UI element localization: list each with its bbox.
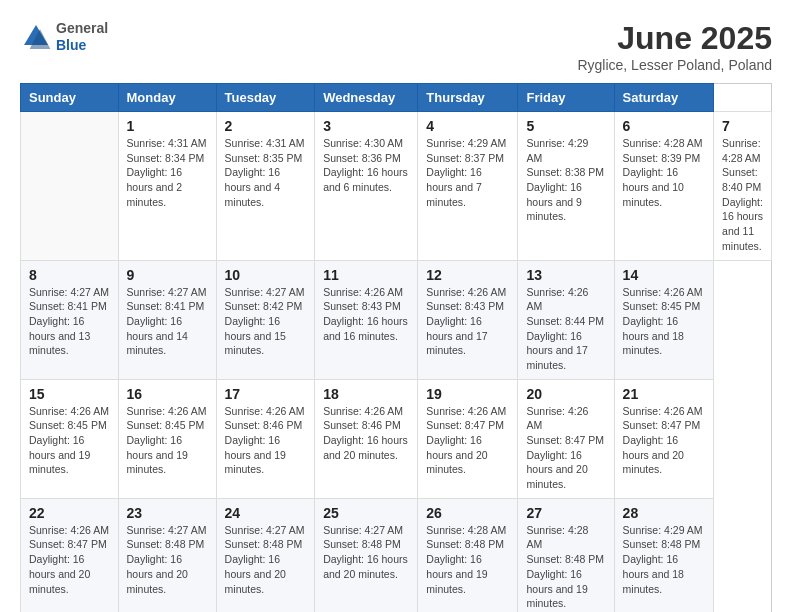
day-cell: 5Sunrise: 4:29 AMSunset: 8:38 PMDaylight… [518, 112, 614, 261]
day-cell: 3Sunrise: 4:30 AMSunset: 8:36 PMDaylight… [315, 112, 418, 261]
day-cell: 11Sunrise: 4:26 AMSunset: 8:43 PMDayligh… [315, 260, 418, 379]
day-info: Sunrise: 4:29 AMSunset: 8:37 PMDaylight:… [426, 136, 509, 209]
logo-general-text: General [56, 20, 108, 37]
day-info: Sunrise: 4:28 AMSunset: 8:40 PMDaylight:… [722, 136, 763, 254]
day-cell: 15Sunrise: 4:26 AMSunset: 8:45 PMDayligh… [21, 379, 119, 498]
day-cell [21, 112, 119, 261]
day-info: Sunrise: 4:26 AMSunset: 8:47 PMDaylight:… [29, 523, 110, 596]
day-number: 13 [526, 267, 605, 283]
logo-blue-text: Blue [56, 37, 108, 54]
day-number: 4 [426, 118, 509, 134]
day-cell: 21Sunrise: 4:26 AMSunset: 8:47 PMDayligh… [614, 379, 713, 498]
header-row: SundayMondayTuesdayWednesdayThursdayFrid… [21, 84, 772, 112]
day-info: Sunrise: 4:26 AMSunset: 8:46 PMDaylight:… [225, 404, 307, 477]
page-container: General Blue June 2025 Ryglice, Lesser P… [20, 20, 772, 612]
day-info: Sunrise: 4:27 AMSunset: 8:48 PMDaylight:… [225, 523, 307, 596]
day-cell: 13Sunrise: 4:26 AMSunset: 8:44 PMDayligh… [518, 260, 614, 379]
day-cell: 18Sunrise: 4:26 AMSunset: 8:46 PMDayligh… [315, 379, 418, 498]
title-section: June 2025 Ryglice, Lesser Poland, Poland [577, 20, 772, 73]
day-info: Sunrise: 4:26 AMSunset: 8:47 PMDaylight:… [623, 404, 705, 477]
day-number: 7 [722, 118, 763, 134]
day-number: 28 [623, 505, 705, 521]
day-number: 16 [127, 386, 208, 402]
day-number: 11 [323, 267, 409, 283]
day-number: 10 [225, 267, 307, 283]
day-info: Sunrise: 4:26 AMSunset: 8:43 PMDaylight:… [323, 285, 409, 344]
day-number: 6 [623, 118, 705, 134]
day-number: 21 [623, 386, 705, 402]
day-cell: 17Sunrise: 4:26 AMSunset: 8:46 PMDayligh… [216, 379, 315, 498]
day-cell: 12Sunrise: 4:26 AMSunset: 8:43 PMDayligh… [418, 260, 518, 379]
day-number: 15 [29, 386, 110, 402]
day-info: Sunrise: 4:26 AMSunset: 8:44 PMDaylight:… [526, 285, 605, 373]
day-info: Sunrise: 4:30 AMSunset: 8:36 PMDaylight:… [323, 136, 409, 195]
logo: General Blue [20, 20, 108, 54]
day-info: Sunrise: 4:26 AMSunset: 8:46 PMDaylight:… [323, 404, 409, 463]
day-cell: 26Sunrise: 4:28 AMSunset: 8:48 PMDayligh… [418, 498, 518, 612]
day-cell: 25Sunrise: 4:27 AMSunset: 8:48 PMDayligh… [315, 498, 418, 612]
day-number: 12 [426, 267, 509, 283]
header: General Blue June 2025 Ryglice, Lesser P… [20, 20, 772, 73]
day-info: Sunrise: 4:31 AMSunset: 8:34 PMDaylight:… [127, 136, 208, 209]
day-cell: 2Sunrise: 4:31 AMSunset: 8:35 PMDaylight… [216, 112, 315, 261]
day-cell: 16Sunrise: 4:26 AMSunset: 8:45 PMDayligh… [118, 379, 216, 498]
day-cell: 4Sunrise: 4:29 AMSunset: 8:37 PMDaylight… [418, 112, 518, 261]
header-cell-monday: Monday [118, 84, 216, 112]
day-info: Sunrise: 4:29 AMSunset: 8:48 PMDaylight:… [623, 523, 705, 596]
day-info: Sunrise: 4:27 AMSunset: 8:48 PMDaylight:… [127, 523, 208, 596]
day-cell: 14Sunrise: 4:26 AMSunset: 8:45 PMDayligh… [614, 260, 713, 379]
logo-icon [20, 21, 52, 53]
day-cell: 28Sunrise: 4:29 AMSunset: 8:48 PMDayligh… [614, 498, 713, 612]
week-row-1: 1Sunrise: 4:31 AMSunset: 8:34 PMDaylight… [21, 112, 772, 261]
day-number: 24 [225, 505, 307, 521]
header-cell-tuesday: Tuesday [216, 84, 315, 112]
day-number: 22 [29, 505, 110, 521]
day-number: 9 [127, 267, 208, 283]
day-cell: 20Sunrise: 4:26 AMSunset: 8:47 PMDayligh… [518, 379, 614, 498]
day-number: 23 [127, 505, 208, 521]
day-cell: 7Sunrise: 4:28 AMSunset: 8:40 PMDaylight… [714, 112, 772, 261]
day-number: 27 [526, 505, 605, 521]
day-number: 1 [127, 118, 208, 134]
header-cell-saturday: Saturday [614, 84, 713, 112]
day-info: Sunrise: 4:28 AMSunset: 8:48 PMDaylight:… [426, 523, 509, 596]
day-number: 5 [526, 118, 605, 134]
day-number: 18 [323, 386, 409, 402]
day-info: Sunrise: 4:26 AMSunset: 8:43 PMDaylight:… [426, 285, 509, 358]
header-cell-thursday: Thursday [418, 84, 518, 112]
day-info: Sunrise: 4:26 AMSunset: 8:45 PMDaylight:… [127, 404, 208, 477]
day-number: 19 [426, 386, 509, 402]
week-row-3: 15Sunrise: 4:26 AMSunset: 8:45 PMDayligh… [21, 379, 772, 498]
day-cell: 22Sunrise: 4:26 AMSunset: 8:47 PMDayligh… [21, 498, 119, 612]
day-info: Sunrise: 4:28 AMSunset: 8:48 PMDaylight:… [526, 523, 605, 611]
day-cell: 19Sunrise: 4:26 AMSunset: 8:47 PMDayligh… [418, 379, 518, 498]
day-info: Sunrise: 4:27 AMSunset: 8:48 PMDaylight:… [323, 523, 409, 582]
week-row-2: 8Sunrise: 4:27 AMSunset: 8:41 PMDaylight… [21, 260, 772, 379]
day-info: Sunrise: 4:31 AMSunset: 8:35 PMDaylight:… [225, 136, 307, 209]
day-info: Sunrise: 4:27 AMSunset: 8:41 PMDaylight:… [127, 285, 208, 358]
day-info: Sunrise: 4:26 AMSunset: 8:45 PMDaylight:… [29, 404, 110, 477]
day-info: Sunrise: 4:29 AMSunset: 8:38 PMDaylight:… [526, 136, 605, 224]
day-number: 26 [426, 505, 509, 521]
day-cell: 24Sunrise: 4:27 AMSunset: 8:48 PMDayligh… [216, 498, 315, 612]
day-info: Sunrise: 4:27 AMSunset: 8:42 PMDaylight:… [225, 285, 307, 358]
day-cell: 6Sunrise: 4:28 AMSunset: 8:39 PMDaylight… [614, 112, 713, 261]
header-cell-friday: Friday [518, 84, 614, 112]
logo-text: General Blue [56, 20, 108, 54]
day-cell: 8Sunrise: 4:27 AMSunset: 8:41 PMDaylight… [21, 260, 119, 379]
calendar-body: 1Sunrise: 4:31 AMSunset: 8:34 PMDaylight… [21, 112, 772, 613]
day-info: Sunrise: 4:27 AMSunset: 8:41 PMDaylight:… [29, 285, 110, 358]
day-number: 17 [225, 386, 307, 402]
day-cell: 27Sunrise: 4:28 AMSunset: 8:48 PMDayligh… [518, 498, 614, 612]
day-cell: 9Sunrise: 4:27 AMSunset: 8:41 PMDaylight… [118, 260, 216, 379]
header-cell-wednesday: Wednesday [315, 84, 418, 112]
day-number: 3 [323, 118, 409, 134]
day-info: Sunrise: 4:26 AMSunset: 8:47 PMDaylight:… [426, 404, 509, 477]
day-info: Sunrise: 4:26 AMSunset: 8:45 PMDaylight:… [623, 285, 705, 358]
day-cell: 1Sunrise: 4:31 AMSunset: 8:34 PMDaylight… [118, 112, 216, 261]
calendar-subtitle: Ryglice, Lesser Poland, Poland [577, 57, 772, 73]
day-info: Sunrise: 4:28 AMSunset: 8:39 PMDaylight:… [623, 136, 705, 209]
day-cell: 10Sunrise: 4:27 AMSunset: 8:42 PMDayligh… [216, 260, 315, 379]
calendar-table: SundayMondayTuesdayWednesdayThursdayFrid… [20, 83, 772, 612]
header-cell-sunday: Sunday [21, 84, 119, 112]
